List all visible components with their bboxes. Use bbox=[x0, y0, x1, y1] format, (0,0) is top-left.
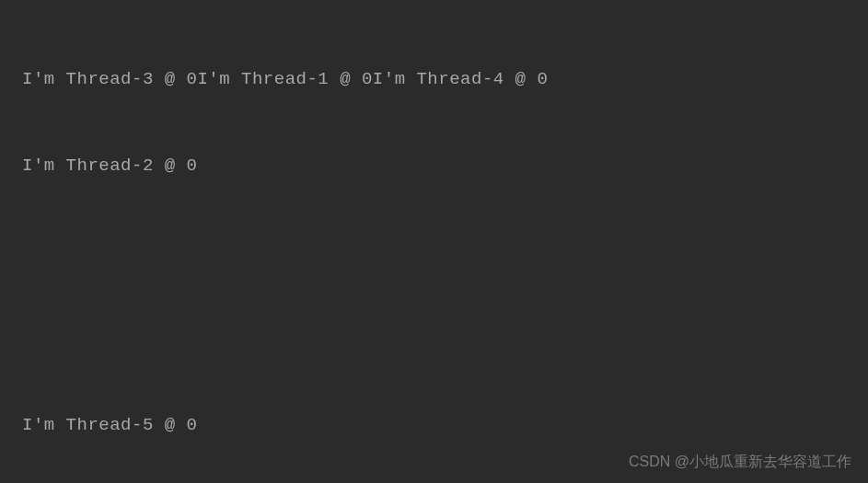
output-line bbox=[22, 238, 868, 267]
output-line: I'm Thread-3 @ 0I'm Thread-1 @ 0I'm Thre… bbox=[22, 65, 868, 94]
output-line: I'm Thread-2 @ 0 bbox=[22, 152, 868, 180]
output-line bbox=[22, 325, 868, 353]
terminal-output: I'm Thread-3 @ 0I'm Thread-1 @ 0I'm Thre… bbox=[22, 7, 868, 483]
output-line: I'm Thread-5 @ 0 bbox=[22, 411, 868, 440]
watermark-text: CSDN @小地瓜重新去华容道工作 bbox=[629, 450, 851, 474]
